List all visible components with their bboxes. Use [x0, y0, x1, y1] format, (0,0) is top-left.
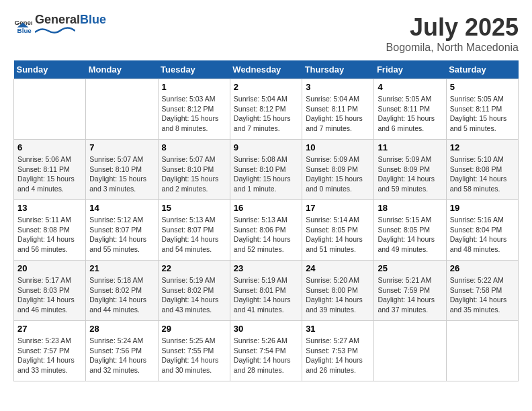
- calendar-cell: 26Sunrise: 5:22 AM Sunset: 7:58 PM Dayli…: [446, 261, 518, 321]
- day-number: 15: [162, 203, 226, 213]
- day-info: Sunrise: 5:05 AM Sunset: 8:11 PM Dayligh…: [450, 94, 515, 134]
- day-number: 28: [89, 324, 154, 334]
- day-number: 3: [306, 82, 370, 92]
- day-number: 20: [17, 263, 82, 273]
- calendar-cell: 24Sunrise: 5:20 AM Sunset: 8:00 PM Dayli…: [302, 261, 374, 321]
- title-block: July 2025 Bogomila, North Macedonia: [386, 13, 519, 54]
- day-info: Sunrise: 5:20 AM Sunset: 8:00 PM Dayligh…: [306, 275, 370, 315]
- calendar-cell: 10Sunrise: 5:09 AM Sunset: 8:09 PM Dayli…: [302, 140, 374, 200]
- calendar-cell: 23Sunrise: 5:19 AM Sunset: 8:01 PM Dayli…: [230, 261, 302, 321]
- day-info: Sunrise: 5:06 AM Sunset: 8:11 PM Dayligh…: [17, 154, 82, 194]
- day-info: Sunrise: 5:09 AM Sunset: 8:09 PM Dayligh…: [306, 154, 370, 194]
- day-info: Sunrise: 5:11 AM Sunset: 8:08 PM Dayligh…: [17, 215, 82, 255]
- day-info: Sunrise: 5:04 AM Sunset: 8:11 PM Dayligh…: [306, 94, 370, 134]
- calendar-cell: 29Sunrise: 5:25 AM Sunset: 7:55 PM Dayli…: [158, 321, 230, 381]
- day-info: Sunrise: 5:19 AM Sunset: 8:01 PM Dayligh…: [234, 275, 298, 315]
- day-number: 21: [89, 263, 154, 273]
- calendar-cell: [374, 321, 446, 381]
- calendar-cell: 6Sunrise: 5:06 AM Sunset: 8:11 PM Daylig…: [14, 140, 86, 200]
- calendar-cell: 19Sunrise: 5:16 AM Sunset: 8:04 PM Dayli…: [446, 200, 518, 261]
- logo-general-text: General: [35, 13, 80, 26]
- day-number: 6: [17, 142, 82, 152]
- location-subtitle: Bogomila, North Macedonia: [386, 42, 519, 54]
- calendar-cell: 30Sunrise: 5:26 AM Sunset: 7:54 PM Dayli…: [230, 321, 302, 381]
- month-title: July 2025: [386, 13, 519, 42]
- day-info: Sunrise: 5:03 AM Sunset: 8:12 PM Dayligh…: [162, 94, 226, 134]
- calendar-cell: 13Sunrise: 5:11 AM Sunset: 8:08 PM Dayli…: [14, 200, 86, 261]
- calendar-header-row: SundayMondayTuesdayWednesdayThursdayFrid…: [14, 60, 519, 79]
- calendar-table: SundayMondayTuesdayWednesdayThursdayFrid…: [13, 60, 519, 381]
- logo-blue-text: Blue: [80, 13, 106, 26]
- day-info: Sunrise: 5:24 AM Sunset: 7:56 PM Dayligh…: [89, 336, 154, 375]
- calendar-cell: 7Sunrise: 5:07 AM Sunset: 8:10 PM Daylig…: [86, 140, 158, 200]
- calendar-cell: [446, 321, 518, 381]
- day-number: 27: [17, 324, 82, 334]
- day-number: 18: [378, 203, 442, 213]
- calendar-cell: 11Sunrise: 5:09 AM Sunset: 8:09 PM Dayli…: [374, 140, 446, 200]
- day-info: Sunrise: 5:25 AM Sunset: 7:55 PM Dayligh…: [162, 336, 226, 375]
- day-number: 5: [450, 82, 515, 92]
- day-info: Sunrise: 5:13 AM Sunset: 8:07 PM Dayligh…: [162, 215, 226, 255]
- day-info: Sunrise: 5:13 AM Sunset: 8:06 PM Dayligh…: [234, 215, 298, 255]
- day-info: Sunrise: 5:27 AM Sunset: 7:53 PM Dayligh…: [306, 336, 370, 375]
- svg-text:Blue: Blue: [17, 27, 32, 34]
- calendar-cell: [86, 79, 158, 140]
- calendar-week-row: 1Sunrise: 5:03 AM Sunset: 8:12 PM Daylig…: [14, 79, 519, 140]
- day-info: Sunrise: 5:14 AM Sunset: 8:05 PM Dayligh…: [306, 215, 370, 255]
- day-number: 9: [234, 142, 298, 152]
- day-number: 14: [89, 203, 154, 213]
- day-number: 24: [306, 263, 370, 273]
- calendar-cell: 1Sunrise: 5:03 AM Sunset: 8:12 PM Daylig…: [158, 79, 230, 140]
- day-of-week-saturday: Saturday: [446, 60, 518, 79]
- day-info: Sunrise: 5:23 AM Sunset: 7:57 PM Dayligh…: [17, 336, 82, 375]
- day-of-week-sunday: Sunday: [14, 60, 86, 79]
- day-info: Sunrise: 5:19 AM Sunset: 8:02 PM Dayligh…: [162, 275, 226, 315]
- calendar-cell: 12Sunrise: 5:10 AM Sunset: 8:08 PM Dayli…: [446, 140, 518, 200]
- calendar-week-row: 6Sunrise: 5:06 AM Sunset: 8:11 PM Daylig…: [14, 140, 519, 200]
- day-number: 30: [234, 324, 298, 334]
- day-info: Sunrise: 5:04 AM Sunset: 8:12 PM Dayligh…: [234, 94, 298, 134]
- day-number: 11: [378, 142, 442, 152]
- day-number: 17: [306, 203, 370, 213]
- day-info: Sunrise: 5:07 AM Sunset: 8:10 PM Dayligh…: [162, 154, 226, 194]
- day-info: Sunrise: 5:26 AM Sunset: 7:54 PM Dayligh…: [234, 336, 298, 375]
- logo-wave-icon: [35, 26, 75, 35]
- day-info: Sunrise: 5:22 AM Sunset: 7:58 PM Dayligh…: [450, 275, 515, 315]
- day-number: 12: [450, 142, 515, 152]
- logo-icon: General Blue: [13, 16, 32, 35]
- calendar-cell: 18Sunrise: 5:15 AM Sunset: 8:05 PM Dayli…: [374, 200, 446, 261]
- day-info: Sunrise: 5:09 AM Sunset: 8:09 PM Dayligh…: [378, 154, 442, 194]
- day-info: Sunrise: 5:21 AM Sunset: 7:59 PM Dayligh…: [378, 275, 442, 315]
- calendar-cell: 5Sunrise: 5:05 AM Sunset: 8:11 PM Daylig…: [446, 79, 518, 140]
- day-info: Sunrise: 5:15 AM Sunset: 8:05 PM Dayligh…: [378, 215, 442, 255]
- calendar-cell: 9Sunrise: 5:08 AM Sunset: 8:10 PM Daylig…: [230, 140, 302, 200]
- calendar-cell: 8Sunrise: 5:07 AM Sunset: 8:10 PM Daylig…: [158, 140, 230, 200]
- day-info: Sunrise: 5:18 AM Sunset: 8:02 PM Dayligh…: [89, 275, 154, 315]
- day-info: Sunrise: 5:05 AM Sunset: 8:11 PM Dayligh…: [378, 94, 442, 134]
- day-number: 4: [378, 82, 442, 92]
- day-info: Sunrise: 5:10 AM Sunset: 8:08 PM Dayligh…: [450, 154, 515, 194]
- calendar-cell: 17Sunrise: 5:14 AM Sunset: 8:05 PM Dayli…: [302, 200, 374, 261]
- calendar-cell: 31Sunrise: 5:27 AM Sunset: 7:53 PM Dayli…: [302, 321, 374, 381]
- day-number: 2: [234, 82, 298, 92]
- calendar-cell: 25Sunrise: 5:21 AM Sunset: 7:59 PM Dayli…: [374, 261, 446, 321]
- day-of-week-wednesday: Wednesday: [230, 60, 302, 79]
- day-number: 8: [162, 142, 226, 152]
- page-header: General Blue GeneralBlue July 2025 Bogom…: [13, 13, 519, 54]
- calendar-cell: 27Sunrise: 5:23 AM Sunset: 7:57 PM Dayli…: [14, 321, 86, 381]
- day-number: 16: [234, 203, 298, 213]
- calendar-cell: 14Sunrise: 5:12 AM Sunset: 8:07 PM Dayli…: [86, 200, 158, 261]
- calendar-week-row: 13Sunrise: 5:11 AM Sunset: 8:08 PM Dayli…: [14, 200, 519, 261]
- day-number: 1: [162, 82, 226, 92]
- day-info: Sunrise: 5:16 AM Sunset: 8:04 PM Dayligh…: [450, 215, 515, 255]
- calendar-cell: 15Sunrise: 5:13 AM Sunset: 8:07 PM Dayli…: [158, 200, 230, 261]
- logo: General Blue GeneralBlue: [13, 13, 106, 38]
- day-number: 7: [89, 142, 154, 152]
- day-info: Sunrise: 5:07 AM Sunset: 8:10 PM Dayligh…: [89, 154, 154, 194]
- calendar-cell: 16Sunrise: 5:13 AM Sunset: 8:06 PM Dayli…: [230, 200, 302, 261]
- calendar-cell: 20Sunrise: 5:17 AM Sunset: 8:03 PM Dayli…: [14, 261, 86, 321]
- day-info: Sunrise: 5:12 AM Sunset: 8:07 PM Dayligh…: [89, 215, 154, 255]
- day-number: 23: [234, 263, 298, 273]
- day-of-week-monday: Monday: [86, 60, 158, 79]
- day-info: Sunrise: 5:08 AM Sunset: 8:10 PM Dayligh…: [234, 154, 298, 194]
